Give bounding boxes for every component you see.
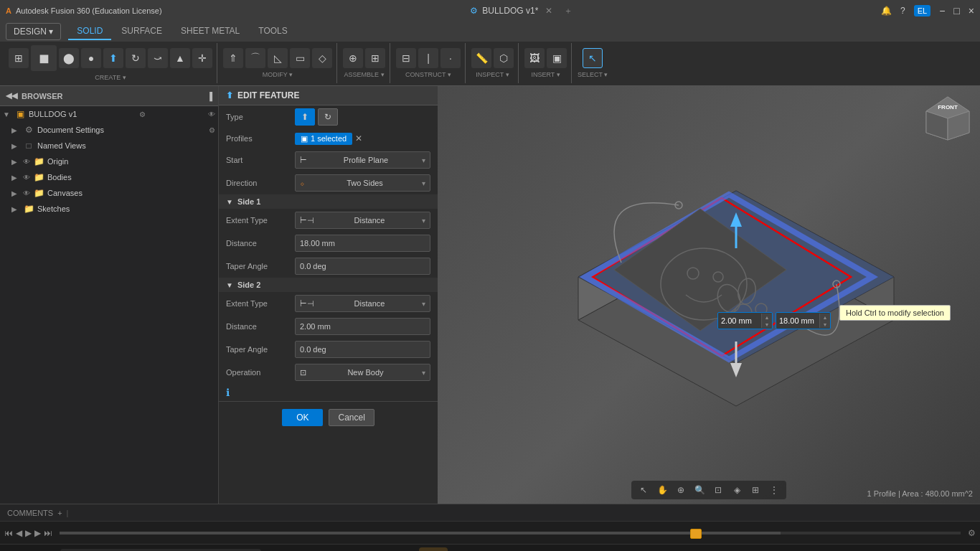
spinner1-up-icon[interactable]: ▲ [762, 314, 772, 321]
revolve-icon[interactable]: ↻ [126, 48, 146, 68]
offset-plane-icon[interactable]: ⊟ [396, 48, 416, 68]
press-pull-icon[interactable]: ⇑ [223, 48, 243, 68]
canvas-icon[interactable]: ▣ [547, 48, 567, 68]
tab-sheet-metal[interactable]: SHEET METAL [172, 23, 248, 40]
select-icon[interactable]: ↖ [583, 48, 603, 68]
browser-collapse-icon[interactable]: ▐ [207, 92, 212, 100]
view-cube-toggle-icon[interactable]: ◈ [729, 482, 745, 498]
tab-solid[interactable]: SOLID [68, 23, 111, 40]
view-cube[interactable]: FRONT [923, 93, 973, 143]
cancel-button[interactable]: Cancel [329, 409, 374, 426]
side2-distance-input[interactable]: 2.00 mm [295, 318, 430, 335]
type-btn-extrude[interactable]: ⬆ [295, 108, 315, 126]
start-dropdown[interactable]: ⊢ Profile Plane ▾ [295, 151, 430, 169]
browser-item-bulldog[interactable]: ▼ ▣ BULLDOG v1 ⚙ 👁 [0, 106, 218, 122]
taskbar-search-box[interactable]: 🔍 Escribe aquí para buscar [60, 549, 261, 552]
side2-distance-spin-input[interactable] [718, 316, 761, 325]
browser-item-canvases[interactable]: ▶ 👁 📁 Canvases [0, 185, 218, 201]
timeline-marker[interactable] [690, 529, 702, 539]
cylinder-icon[interactable]: ⬤ [59, 48, 79, 68]
fit-view-icon[interactable]: ⊡ [710, 482, 726, 498]
side1-distance-input[interactable]: 18.00 mm [295, 235, 430, 252]
timeline-play-icon[interactable]: ▶ [25, 528, 32, 538]
spinner2-down-icon[interactable]: ▼ [820, 321, 830, 328]
ok-button[interactable]: OK [282, 409, 323, 426]
side2-section-header[interactable]: ▼ Side 2 [219, 278, 438, 292]
timeline-prev-icon[interactable]: ◀ [16, 528, 22, 538]
browser-item-sketches[interactable]: ▶ 📁 Sketches [0, 201, 218, 217]
profiles-selected-badge[interactable]: ▣ 1 selected [295, 133, 352, 145]
side1-distance-spin-input[interactable] [776, 316, 819, 325]
taskbar-app-chrome2[interactable]: ● [387, 547, 416, 552]
side1-section-header[interactable]: ▼ Side 1 [219, 194, 438, 209]
side2-taper-input[interactable]: 0.0 deg [295, 341, 430, 358]
browser-item-named-views[interactable]: ▶ □ Named Views [0, 138, 218, 154]
timeline-track[interactable] [60, 532, 961, 534]
viewport[interactable]: ▲ ▼ ▲ ▼ Hold Ctrl to modify selection [438, 86, 980, 504]
look-at-icon[interactable]: 🔍 [692, 482, 707, 498]
task-view-button[interactable]: ⊞ [264, 546, 290, 552]
side1-distance-spinner[interactable]: ▲ ▼ [776, 312, 831, 329]
grid-icon[interactable]: ⊞ [748, 482, 763, 498]
new-component-icon[interactable]: ⊞ [9, 48, 29, 68]
tab-surface[interactable]: SURFACE [113, 23, 171, 40]
zoom-orbit-icon[interactable]: ⊕ [673, 482, 689, 498]
cursor-icon[interactable]: ↖ [636, 482, 651, 498]
browser-back-icon[interactable]: ◀◀ [6, 91, 17, 100]
point-icon[interactable]: · [440, 48, 461, 68]
notification-icon[interactable]: 🔔 [881, 6, 892, 16]
joint-icon[interactable]: ⊕ [343, 48, 363, 68]
extrude-icon[interactable]: ⬆ [103, 48, 123, 68]
measure-icon[interactable]: 📏 [471, 48, 491, 68]
shell-icon[interactable]: ▭ [290, 48, 310, 68]
side1-taper-input[interactable]: 0.0 deg [295, 258, 430, 275]
draft-icon[interactable]: ◇ [312, 48, 332, 68]
pan-icon[interactable]: ✋ [654, 482, 670, 498]
loft-icon[interactable]: ▲ [170, 48, 190, 68]
profiles-clear-button[interactable]: ✕ [355, 133, 362, 143]
type-btn-revolve[interactable]: ↻ [318, 108, 338, 126]
chamfer-icon[interactable]: ◺ [268, 48, 288, 68]
browser-item-document-settings[interactable]: ▶ ⚙ Document Settings ⚙ [0, 122, 218, 138]
timeline-settings-icon[interactable]: ⚙ [968, 528, 976, 538]
maximize-button[interactable]: □ [953, 5, 959, 17]
move-icon[interactable]: ✛ [192, 48, 212, 68]
taskbar-app-files[interactable]: 📁 [293, 547, 321, 552]
side2-extent-dropdown[interactable]: ⊢⊣ Distance ▾ [295, 295, 430, 312]
taskbar-app-fusion[interactable]: A [419, 547, 448, 552]
new-tab-icon[interactable]: ＋ [564, 5, 573, 17]
side1-extent-dropdown[interactable]: ⊢⊣ Distance ▾ [295, 212, 430, 229]
taskbar-app-chrome[interactable]: ⬤ [324, 547, 353, 552]
tab-tools[interactable]: TOOLS [250, 23, 296, 40]
timeline-next-icon[interactable]: ▶ [34, 528, 41, 538]
display-settings-icon[interactable]: ⋮ [766, 482, 782, 498]
spinner1-down-icon[interactable]: ▼ [762, 321, 772, 328]
search-button[interactable]: 🔍 [32, 546, 57, 552]
box-icon[interactable]: ◼ [31, 45, 57, 71]
taskbar-app-files2[interactable]: 📁 [356, 547, 385, 552]
browser-item-bodies[interactable]: ▶ 👁 📁 Bodies [0, 169, 218, 185]
taskbar-app-store[interactable]: 🛍 [482, 547, 511, 552]
taskbar-app-teams[interactable]: T [451, 547, 479, 552]
minimize-button[interactable]: − [939, 5, 945, 17]
sweep-icon[interactable]: ⤻ [148, 48, 168, 68]
help-icon[interactable]: ? [900, 6, 905, 16]
interference-icon[interactable]: ⬡ [494, 48, 514, 68]
browser-item-origin[interactable]: ▶ 👁 📁 Origin [0, 154, 218, 169]
close-button[interactable]: × [969, 5, 974, 17]
close-tab-icon[interactable]: ✕ [545, 6, 552, 16]
timeline-end-icon[interactable]: ⏭ [44, 528, 52, 538]
operation-dropdown[interactable]: ⊡ New Body ▾ [295, 364, 430, 381]
spinner2-up-icon[interactable]: ▲ [820, 314, 830, 321]
side2-distance-spinner[interactable]: ▲ ▼ [717, 312, 773, 329]
axis-icon[interactable]: | [418, 48, 438, 68]
insert-mesh-icon[interactable]: 🖼 [524, 48, 545, 68]
comments-add-icon[interactable]: + [57, 509, 62, 517]
fillet-icon[interactable]: ⌒ [245, 48, 265, 68]
timeline-start-icon[interactable]: ⏮ [4, 528, 13, 538]
design-dropdown-button[interactable]: DESIGN ▾ [6, 23, 61, 40]
direction-dropdown[interactable]: ⬦ Two Sides ▾ [295, 174, 430, 192]
windows-start-button[interactable]: ⊞ [3, 546, 29, 552]
sphere-icon[interactable]: ● [81, 48, 101, 68]
rigid-group-icon[interactable]: ⊞ [365, 48, 385, 68]
